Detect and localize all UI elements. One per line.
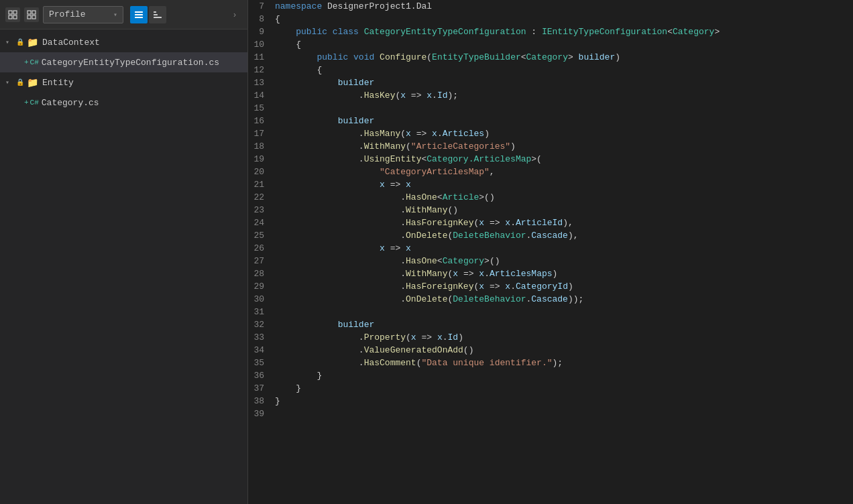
line-number: 35 [248,357,275,369]
line-number: 38 [248,395,275,407]
line-number: 9 [248,25,275,38]
tree-item-category[interactable]: + C# Category.cs [0,92,247,113]
svg-rect-0 [9,11,12,14]
collapse-all-button[interactable] [5,7,20,22]
line-content: { [275,64,853,76]
code-line: 29 .HasForeignKey(x => x.CategoryId) [248,280,853,293]
line-number: 23 [248,204,275,216]
code-line: 27 .HasOne<Category>() [248,255,853,267]
line-number: 7 [248,0,275,13]
sidebar: Profile ▾ › ▾ [0,0,248,504]
code-line: 18 .WithMany("ArticleCategories") [248,140,853,153]
line-number: 15 [248,102,275,115]
line-number: 25 [248,229,275,242]
line-content: public class CategoryEntityTypeConfigura… [275,25,853,38]
lock-icon-datacontext: 🔒 [16,38,24,46]
line-number: 29 [248,280,275,293]
cs-plus-icon-category: + [24,99,29,107]
line-content: .HasMany(x => x.Articles) [275,127,853,140]
chevron-entity: ▾ [5,78,13,86]
profile-label: Profile [49,9,86,19]
svg-rect-9 [135,11,143,13]
line-content: .WithMany("ArticleCategories") [275,140,853,153]
line-content: { [275,38,853,51]
code-line: 38} [248,395,853,407]
code-line: 16 builder [248,115,853,127]
code-line: 34 .ValueGeneratedOnAdd() [248,344,853,357]
line-content: .OnDelete(DeleteBehavior.Cascade)); [275,293,853,306]
line-content: } [275,395,853,407]
line-content: .UsingEntity<Category.ArticlesMap>( [275,153,853,166]
tree-item-entity[interactable]: ▾ 🔒 📁 Entity [0,72,247,92]
code-editor: 7namespace DesignerProject1.Dal8{9 publi… [248,0,853,504]
code-line: 30 .OnDelete(DeleteBehavior.Cascade)); [248,293,853,306]
code-line: 21 x => x [248,178,853,191]
code-line: 39 [248,407,853,420]
code-line: 13 builder [248,76,853,89]
code-line: 17 .HasMany(x => x.Articles) [248,127,853,140]
code-line: 32 builder [248,318,853,331]
tree-view-button[interactable] [149,6,166,23]
line-content: .HasForeignKey(x => x.ArticleId), [275,216,853,229]
line-content: x => x [275,178,853,191]
line-number: 24 [248,216,275,229]
category-label: Category.cs [42,98,99,108]
profile-dropdown[interactable]: Profile ▾ [43,6,123,23]
line-content: } [275,382,853,395]
code-line: 31 [248,306,853,318]
file-tree: ▾ 🔒 📁 DataContext + C# CategoryEntityTyp… [0,29,247,504]
line-number: 11 [248,51,275,64]
code-line: 33 .Property(x => x.Id) [248,331,853,344]
line-content: builder [275,318,853,331]
svg-rect-10 [135,14,143,15]
line-content: namespace DesignerProject1.Dal [275,0,853,13]
entity-label: Entity [42,78,74,88]
sidebar-collapse-button[interactable]: › [227,0,242,29]
svg-rect-3 [13,15,17,19]
sidebar-toolbar: Profile ▾ › [0,0,247,29]
list-view-button[interactable] [130,6,148,23]
line-number: 17 [248,127,275,140]
line-number: 31 [248,306,275,318]
line-number: 30 [248,293,275,306]
svg-rect-13 [154,14,158,15]
code-line: 26 x => x [248,242,853,255]
line-number: 12 [248,64,275,76]
line-content: builder [275,76,853,89]
line-number: 18 [248,140,275,153]
line-content: .HasForeignKey(x => x.CategoryId) [275,280,853,293]
cs-plus-icon-categoryentity: + [24,58,29,66]
tree-item-categoryentity[interactable]: + C# CategoryEntityTypeConfiguration.cs [0,52,247,72]
line-number: 32 [248,318,275,331]
svg-rect-1 [13,11,17,14]
code-line: 36 } [248,369,853,382]
folder-icon-entity: 📁 [27,77,38,88]
categoryentity-label: CategoryEntityTypeConfiguration.cs [42,58,219,68]
line-content: .ValueGeneratedOnAdd() [275,344,853,357]
code-area[interactable]: 7namespace DesignerProject1.Dal8{9 publi… [248,0,853,504]
svg-rect-12 [154,11,156,13]
expand-all-button[interactable] [24,7,39,22]
line-number: 8 [248,13,275,25]
line-content: .HasComment("Data unique identifier."); [275,357,853,369]
code-line: 23 .WithMany() [248,204,853,216]
line-number: 26 [248,242,275,255]
code-line: 20 "CategoryArticlesMap", [248,166,853,178]
line-content [275,407,853,420]
line-number: 22 [248,191,275,204]
line-number: 19 [248,153,275,166]
code-line: 8{ [248,13,853,25]
svg-rect-5 [32,11,36,14]
svg-rect-11 [135,17,143,18]
line-number: 33 [248,331,275,344]
line-number: 10 [248,38,275,51]
tree-item-datacontext[interactable]: ▾ 🔒 📁 DataContext [0,32,247,52]
code-line: 15 [248,102,853,115]
code-line: 14 .HasKey(x => x.Id); [248,89,853,102]
svg-rect-14 [154,17,162,18]
line-content: public void Configure(EntityTypeBuilder<… [275,51,853,64]
code-line: 28 .WithMany(x => x.ArticlesMaps) [248,267,853,280]
chevron-datacontext: ▾ [5,38,13,46]
cs-label-category: C# [30,99,39,107]
line-content [275,102,853,115]
